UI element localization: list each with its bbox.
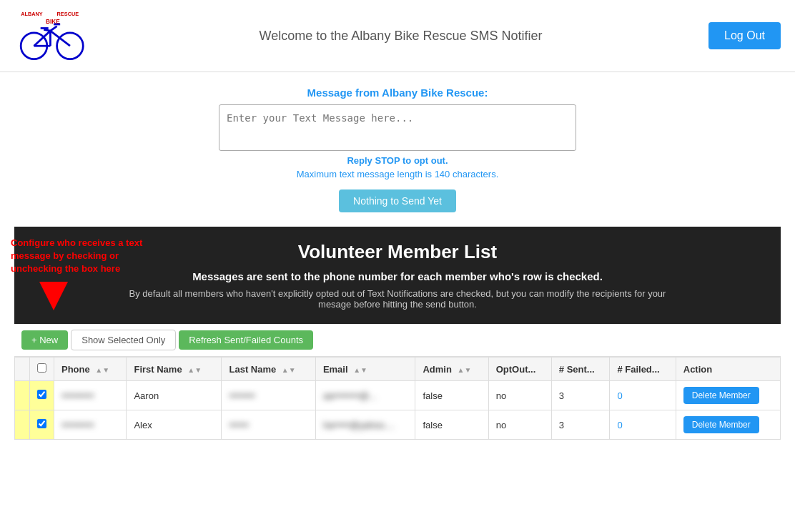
firstname-sort-icon: ▲▼ (187, 366, 202, 374)
col-sent[interactable]: # Sent... (551, 358, 610, 381)
highlight-cell-1 (15, 410, 30, 440)
row-firstname-0: Aaron (127, 381, 222, 410)
email-sort-icon: ▲▼ (353, 366, 367, 374)
col-checkbox (30, 358, 54, 381)
row-checkbox-1[interactable] (37, 419, 46, 428)
row-lastname-1: •••••• (222, 410, 315, 440)
max-length-text: Maximum text message length is 140 chara… (14, 169, 781, 179)
row-email-1: ha•••••@yahoo.... (315, 410, 415, 440)
toolbar: + New Show Selected Only Refresh Sent/Fa… (14, 324, 781, 357)
page-title: Welcome to the Albany Bike Rescue SMS No… (93, 29, 708, 44)
col-failed[interactable]: # Failed... (610, 358, 676, 381)
row-firstname-1: Alex (127, 410, 222, 440)
row-admin-1: false (415, 410, 488, 440)
row-checkbox-cell-0[interactable] (30, 381, 54, 410)
logo-container: ALBANY RESCUE BIKE (14, 7, 93, 64)
col-optout[interactable]: OptOut... (488, 358, 551, 381)
header: ALBANY RESCUE BIKE Welcome to the Albany… (0, 0, 795, 72)
col-last-name[interactable]: Last Name ▲▼ (222, 358, 315, 381)
row-action-0: Delete Member (676, 381, 780, 410)
member-table-container: Phone ▲▼ First Name ▲▼ Last Name ▲▼ Emai… (14, 357, 781, 440)
row-failed-link-0[interactable]: 0 (617, 390, 622, 401)
row-failed-link-1[interactable]: 0 (617, 420, 622, 430)
member-table: Phone ▲▼ First Name ▲▼ Last Name ▲▼ Emai… (14, 357, 781, 440)
row-checkbox-cell-1[interactable] (30, 410, 54, 440)
reply-stop-text: Reply STOP to opt out. (14, 155, 781, 166)
annotation-text: Configure who receives a text message by… (11, 237, 147, 310)
row-admin-0: false (415, 381, 488, 410)
row-email-0: aa••••••••@... (315, 381, 415, 410)
col-action: Action (676, 358, 780, 381)
highlight-cell-0 (15, 381, 30, 410)
svg-text:RESCUE: RESCUE (57, 11, 79, 17)
select-all-checkbox[interactable] (37, 363, 46, 373)
volunteer-section-note: By default all members who haven't expli… (112, 288, 683, 310)
row-lastname-0: •••••••• (222, 381, 315, 410)
col-admin[interactable]: Admin ▲▼ (415, 358, 488, 381)
lastname-sort-icon: ▲▼ (282, 366, 296, 374)
row-sent-1: 3 (551, 410, 610, 440)
row-checkbox-0[interactable] (37, 390, 46, 399)
col-phone[interactable]: Phone ▲▼ (54, 358, 127, 381)
svg-text:ALBANY: ALBANY (21, 11, 43, 17)
logout-button[interactable]: Log Out (708, 22, 781, 49)
row-action-1: Delete Member (676, 410, 780, 440)
row-phone-1: •••••••••• (54, 410, 127, 440)
table-row: •••••••••• Aaron •••••••• aa••••••••@...… (15, 381, 781, 410)
message-textarea[interactable] (219, 104, 576, 151)
col-first-name[interactable]: First Name ▲▼ (127, 358, 222, 381)
svg-line-11 (44, 29, 50, 31)
new-button[interactable]: + New (21, 330, 68, 350)
delete-member-button-1[interactable]: Delete Member (683, 416, 759, 433)
nothing-to-send-button[interactable]: Nothing to Send Yet (339, 189, 456, 212)
delete-member-button-0[interactable]: Delete Member (683, 387, 759, 404)
refresh-button[interactable]: Refresh Sent/Failed Counts (179, 330, 313, 350)
col-email[interactable]: Email ▲▼ (315, 358, 415, 381)
col-highlight (15, 358, 30, 381)
phone-sort-icon: ▲▼ (95, 366, 109, 374)
message-label: Message from Albany Bike Rescue: (14, 87, 781, 99)
main-content: Message from Albany Bike Rescue: Reply S… (0, 72, 795, 454)
row-failed-0: 0 (610, 381, 676, 410)
row-phone-0: •••••••••• (54, 381, 127, 410)
table-header-row: Phone ▲▼ First Name ▲▼ Last Name ▲▼ Emai… (15, 358, 781, 381)
row-failed-1: 0 (610, 410, 676, 440)
row-optout-1: no (488, 410, 551, 440)
svg-line-9 (50, 26, 56, 31)
row-optout-0: no (488, 381, 551, 410)
row-sent-0: 3 (551, 381, 610, 410)
arrow-down-icon (39, 282, 68, 310)
message-section: Message from Albany Bike Rescue: Reply S… (14, 87, 781, 212)
table-row: •••••••••• Alex •••••• ha•••••@yahoo....… (15, 410, 781, 440)
show-selected-button[interactable]: Show Selected Only (71, 330, 176, 350)
logo-icon: ALBANY RESCUE BIKE (14, 7, 93, 64)
admin-sort-icon: ▲▼ (458, 366, 472, 374)
